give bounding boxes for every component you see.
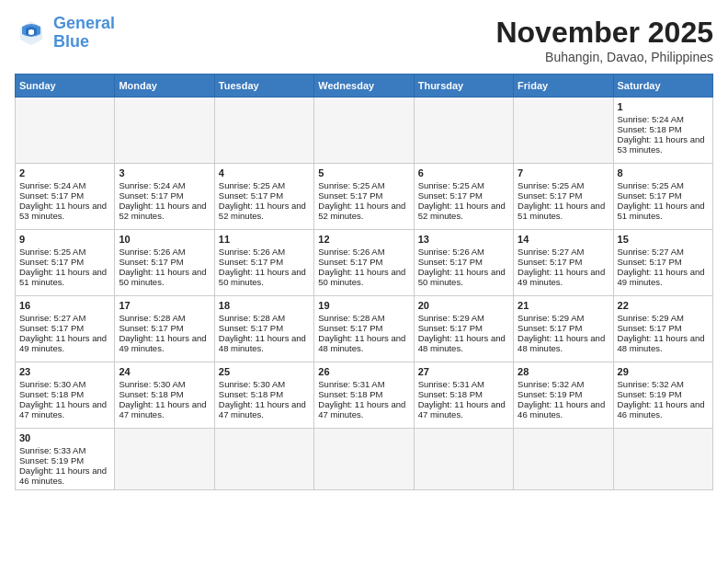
day-number: 27 <box>418 366 509 377</box>
cell-info: Sunrise: 5:25 AM <box>318 180 409 190</box>
table-row: 8Sunrise: 5:25 AMSunset: 5:17 PMDaylight… <box>613 164 712 230</box>
cell-info: Sunset: 5:17 PM <box>318 323 409 333</box>
cell-info: Sunrise: 5:30 AM <box>219 379 310 389</box>
cell-info: Sunset: 5:19 PM <box>19 455 110 465</box>
cell-info: Daylight: 11 hours and 48 minutes. <box>518 333 609 353</box>
cell-info: Sunrise: 5:28 AM <box>119 313 210 323</box>
table-row <box>414 429 513 490</box>
day-number: 11 <box>219 234 310 245</box>
cell-info: Sunrise: 5:26 AM <box>119 247 210 257</box>
cell-info: Sunrise: 5:25 AM <box>418 180 509 190</box>
table-row <box>414 98 513 164</box>
cell-info: Sunrise: 5:29 AM <box>418 313 509 323</box>
day-number: 6 <box>418 167 509 178</box>
cell-info: Daylight: 11 hours and 50 minutes. <box>119 267 210 287</box>
table-row: 26Sunrise: 5:31 AMSunset: 5:18 PMDayligh… <box>314 362 414 429</box>
cell-info: Sunrise: 5:31 AM <box>418 379 509 389</box>
table-row <box>514 429 613 490</box>
cell-info: Sunset: 5:17 PM <box>318 257 409 267</box>
cell-info: Sunset: 5:18 PM <box>119 389 210 399</box>
day-number: 15 <box>618 234 709 245</box>
day-number: 13 <box>418 234 509 245</box>
table-row: 16Sunrise: 5:27 AMSunset: 5:17 PMDayligh… <box>16 296 115 362</box>
month-title: November 2025 <box>495 15 713 50</box>
day-number: 12 <box>318 234 409 245</box>
cell-info: Sunrise: 5:25 AM <box>219 180 310 190</box>
cell-info: Daylight: 11 hours and 47 minutes. <box>119 399 210 419</box>
logo-icon <box>15 19 48 47</box>
cell-info: Sunrise: 5:25 AM <box>518 180 609 190</box>
cell-info: Daylight: 11 hours and 48 minutes. <box>219 333 310 353</box>
day-number: 5 <box>318 167 409 178</box>
cell-info: Daylight: 11 hours and 46 minutes. <box>19 465 110 486</box>
cell-info: Sunrise: 5:32 AM <box>618 379 709 389</box>
table-row: 11Sunrise: 5:26 AMSunset: 5:17 PMDayligh… <box>214 230 313 296</box>
table-row: 6Sunrise: 5:25 AMSunset: 5:17 PMDaylight… <box>414 164 513 230</box>
cell-info: Sunset: 5:17 PM <box>418 323 509 333</box>
cell-info: Daylight: 11 hours and 46 minutes. <box>518 399 609 419</box>
cell-info: Sunset: 5:17 PM <box>119 323 210 333</box>
cell-info: Daylight: 11 hours and 48 minutes. <box>318 333 409 353</box>
cell-info: Sunrise: 5:29 AM <box>618 313 709 323</box>
table-row: 25Sunrise: 5:30 AMSunset: 5:18 PMDayligh… <box>214 362 313 429</box>
page-header: General Blue November 2025 Buhangin, Dav… <box>15 15 713 64</box>
table-row <box>214 429 313 490</box>
cell-info: Sunset: 5:17 PM <box>19 257 110 267</box>
cell-info: Daylight: 11 hours and 52 minutes. <box>119 201 210 221</box>
col-monday: Monday <box>115 75 214 98</box>
table-row: 22Sunrise: 5:29 AMSunset: 5:17 PMDayligh… <box>613 296 712 362</box>
cell-info: Sunset: 5:18 PM <box>318 389 409 399</box>
col-saturday: Saturday <box>613 75 712 98</box>
cell-info: Daylight: 11 hours and 47 minutes. <box>19 399 110 419</box>
calendar-week-row: 30Sunrise: 5:33 AMSunset: 5:19 PMDayligh… <box>16 429 713 490</box>
cell-info: Sunset: 5:17 PM <box>119 257 210 267</box>
cell-info: Daylight: 11 hours and 49 minutes. <box>518 267 609 287</box>
cell-info: Daylight: 11 hours and 52 minutes. <box>418 201 509 221</box>
table-row: 23Sunrise: 5:30 AMSunset: 5:18 PMDayligh… <box>16 362 115 429</box>
cell-info: Sunset: 5:17 PM <box>219 323 310 333</box>
day-number: 28 <box>518 366 609 377</box>
day-number: 4 <box>219 167 310 178</box>
day-number: 25 <box>219 366 310 377</box>
day-number: 16 <box>19 300 110 311</box>
col-tuesday: Tuesday <box>214 75 313 98</box>
cell-info: Sunrise: 5:24 AM <box>119 180 210 190</box>
cell-info: Daylight: 11 hours and 47 minutes. <box>219 399 310 419</box>
table-row: 5Sunrise: 5:25 AMSunset: 5:17 PMDaylight… <box>314 164 414 230</box>
cell-info: Daylight: 11 hours and 47 minutes. <box>418 399 509 419</box>
calendar-header-row: Sunday Monday Tuesday Wednesday Thursday… <box>16 75 713 98</box>
cell-info: Daylight: 11 hours and 48 minutes. <box>418 333 509 353</box>
table-row: 1Sunrise: 5:24 AMSunset: 5:18 PMDaylight… <box>613 98 712 164</box>
day-number: 8 <box>618 167 709 178</box>
cell-info: Daylight: 11 hours and 51 minutes. <box>518 201 609 221</box>
cell-info: Sunset: 5:19 PM <box>518 389 609 399</box>
cell-info: Daylight: 11 hours and 51 minutes. <box>19 267 110 287</box>
cell-info: Daylight: 11 hours and 49 minutes. <box>119 333 210 353</box>
table-row: 30Sunrise: 5:33 AMSunset: 5:19 PMDayligh… <box>16 429 115 490</box>
cell-info: Sunset: 5:19 PM <box>618 389 709 399</box>
cell-info: Sunrise: 5:29 AM <box>518 313 609 323</box>
cell-info: Sunset: 5:17 PM <box>219 257 310 267</box>
calendar-week-row: 2Sunrise: 5:24 AMSunset: 5:17 PMDaylight… <box>16 164 713 230</box>
cell-info: Sunrise: 5:26 AM <box>219 247 310 257</box>
table-row: 10Sunrise: 5:26 AMSunset: 5:17 PMDayligh… <box>115 230 214 296</box>
cell-info: Sunrise: 5:27 AM <box>518 247 609 257</box>
table-row: 7Sunrise: 5:25 AMSunset: 5:17 PMDaylight… <box>514 164 613 230</box>
cell-info: Sunset: 5:17 PM <box>618 190 709 201</box>
day-number: 14 <box>518 234 609 245</box>
cell-info: Daylight: 11 hours and 51 minutes. <box>618 201 709 221</box>
cell-info: Sunrise: 5:30 AM <box>19 379 110 389</box>
day-number: 29 <box>618 366 709 377</box>
day-number: 23 <box>19 366 110 377</box>
table-row <box>214 98 313 164</box>
day-number: 19 <box>318 300 409 311</box>
cell-info: Sunrise: 5:26 AM <box>318 247 409 257</box>
cell-info: Sunset: 5:17 PM <box>518 257 609 267</box>
day-number: 9 <box>19 234 110 245</box>
cell-info: Daylight: 11 hours and 49 minutes. <box>19 333 110 353</box>
calendar-week-row: 23Sunrise: 5:30 AMSunset: 5:18 PMDayligh… <box>16 362 713 429</box>
cell-info: Sunset: 5:17 PM <box>618 257 709 267</box>
col-thursday: Thursday <box>414 75 513 98</box>
table-row: 15Sunrise: 5:27 AMSunset: 5:17 PMDayligh… <box>613 230 712 296</box>
cell-info: Sunset: 5:17 PM <box>219 190 310 201</box>
